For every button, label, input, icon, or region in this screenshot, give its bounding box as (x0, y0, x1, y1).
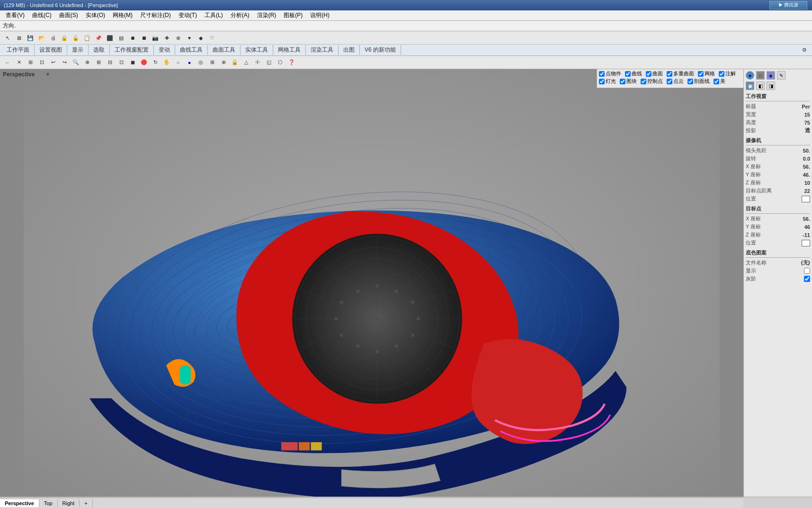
panel-grayscale-cb[interactable] (804, 276, 810, 282)
panel-icon-view2[interactable]: ◧ (756, 82, 765, 90)
panel-icon-pencil[interactable]: ✎ (777, 71, 785, 80)
cb-hatch[interactable]: 剖面线 (687, 78, 710, 85)
cb-polysurfaces[interactable]: 多重曲面 (667, 70, 694, 77)
tool-heart[interactable]: ♥ (184, 33, 195, 43)
tool-record2[interactable]: ◱ (264, 57, 274, 68)
tool-save[interactable]: 💾 (25, 33, 36, 43)
tool-redo[interactable]: ↪ (59, 57, 70, 68)
tool-print[interactable]: 🖨 (48, 33, 58, 43)
tool-grid[interactable]: ⊞ (207, 57, 217, 68)
settings-icon[interactable]: ⚙ (799, 45, 810, 55)
menu-surface[interactable]: 曲面(S) (55, 10, 82, 20)
menu-render[interactable]: 渲染(R) (253, 10, 280, 20)
panel-icon-square[interactable]: □ (756, 71, 765, 80)
tab-drafting[interactable]: 出图 (339, 45, 360, 55)
panel-icon-view1[interactable]: ▣ (746, 82, 754, 90)
menu-view[interactable]: 查看(V) (2, 10, 28, 20)
viewport-dropdown[interactable]: ▼ (45, 71, 51, 78)
tab-top[interactable]: Top (39, 499, 58, 507)
tool-zoom-ext[interactable]: ⊞ (93, 57, 104, 68)
tool-help[interactable]: ❓ (286, 57, 297, 68)
tool-rotate[interactable]: ↻ (150, 57, 161, 68)
cb-surfaces[interactable]: 曲面 (646, 70, 663, 77)
tab-select[interactable]: 选取 (89, 45, 110, 55)
tab-display[interactable]: 显示 (67, 45, 89, 55)
menu-tools[interactable]: 工具(L) (201, 10, 227, 20)
tool-wireframe[interactable]: ⊡ (116, 57, 126, 68)
tab-v6new[interactable]: V6 的新功能 (360, 45, 401, 55)
tool-pan[interactable]: ✋ (161, 57, 172, 68)
menu-mesh[interactable]: 网格(M) (109, 10, 136, 20)
cb-curves[interactable]: 曲线 (625, 70, 642, 77)
tool-arrow-left[interactable]: ← (2, 57, 13, 68)
tool-record[interactable]: ⏺ (127, 33, 138, 43)
menu-dimension[interactable]: 尺寸标注(D) (136, 10, 175, 20)
tab-setview[interactable]: 设置视图 (35, 45, 67, 55)
tab-perspective[interactable]: Perspective (0, 499, 39, 507)
cb-annotation[interactable]: 注解 (719, 70, 736, 77)
viewport[interactable]: Perspective ▼ (0, 69, 743, 508)
tool-undo[interactable]: ↩ (48, 57, 58, 68)
tab-transform[interactable]: 变动 (154, 45, 175, 55)
tool-unlock[interactable]: 🔓 (71, 33, 81, 43)
tab-solid-tools[interactable]: 实体工具 (241, 45, 273, 55)
tool-sphere[interactable]: ○ (173, 57, 183, 68)
tab-render-tools[interactable]: 渲染工具 (306, 45, 339, 55)
tool-layer[interactable]: ▤ (116, 33, 126, 43)
tool-x[interactable]: ✕ (14, 57, 24, 68)
tab-right[interactable]: Right (58, 499, 80, 507)
tool-smarttrack[interactable]: △ (241, 57, 251, 68)
panel-show-cb[interactable] (804, 268, 810, 274)
tool-zoom-win[interactable]: ⊕ (82, 57, 92, 68)
cb-misc[interactable]: 美 (714, 78, 725, 85)
panel-cpos-color[interactable] (802, 196, 810, 202)
panel-tpos-color[interactable] (802, 240, 810, 246)
tool-open[interactable]: 📂 (36, 33, 47, 43)
tab-curve-tools[interactable]: 曲线工具 (175, 45, 208, 55)
tool-shaded[interactable]: ◼ (127, 57, 138, 68)
tab-mesh-tools[interactable]: 网格工具 (273, 45, 306, 55)
cb-mesh-cb[interactable]: 网格 (698, 70, 715, 77)
panel-icon-circle[interactable]: ● (746, 71, 754, 80)
tool-snap2[interactable]: ⊕ (218, 57, 229, 68)
tool-heart2[interactable]: ♡ (207, 33, 217, 43)
menu-transform[interactable]: 变动(T) (175, 10, 201, 20)
tool-circle-blue[interactable]: ● (184, 57, 195, 68)
tool-camera[interactable]: 📷 (150, 33, 161, 43)
menu-solid[interactable]: 实体(O) (82, 10, 109, 20)
menu-analyze[interactable]: 分析(A) (227, 10, 253, 20)
menu-panel[interactable]: 图板(P) (280, 10, 306, 20)
panel-icon-view3[interactable]: ◨ (767, 82, 775, 90)
tool-paste[interactable]: 📌 (93, 33, 104, 43)
menu-help[interactable]: 说明(H) (306, 10, 333, 20)
cb-point-objects[interactable]: 点物件 (599, 70, 621, 77)
tool-clipboard[interactable]: 📋 (82, 33, 92, 43)
tool-zoom-all[interactable]: ⊟ (105, 57, 115, 68)
tab-surface-tools[interactable]: 曲面工具 (208, 45, 241, 55)
tool-filter[interactable]: ⬡ (275, 57, 286, 68)
menu-curve[interactable]: 曲线(C) (28, 10, 55, 20)
tool-paste2[interactable]: ⊡ (36, 57, 47, 68)
tool-lock[interactable]: 🔒 (59, 33, 70, 43)
panel-icon-diamond[interactable]: ◈ (767, 71, 775, 80)
tool-cursor[interactable]: ↖ (2, 33, 13, 43)
tab-add[interactable]: + (80, 499, 92, 507)
tool-stop[interactable]: ⏹ (139, 33, 149, 43)
tool-diamond[interactable]: ◆ (196, 33, 206, 43)
tool-gumball[interactable]: ☩ (252, 57, 263, 68)
tool-circle-outline[interactable]: ◎ (196, 57, 206, 68)
tool-crosshair[interactable]: ⊕ (173, 33, 183, 43)
tab-viewport-config[interactable]: 工作视窗配置 (110, 45, 154, 55)
tool-group[interactable]: ⬛ (105, 33, 115, 43)
tab-workplane[interactable]: 工作平面 (2, 45, 35, 55)
cb-lights[interactable]: 灯光 (599, 78, 616, 85)
tool-osnap[interactable]: 🔒 (230, 57, 240, 68)
cb-blocks[interactable]: 图块 (620, 78, 637, 85)
cb-control-points[interactable]: 控制点 (641, 78, 663, 85)
tool-render-view[interactable]: 🔴 (139, 57, 149, 68)
tool-zoom-in[interactable]: 🔍 (71, 57, 81, 68)
tool-copy[interactable]: ⊞ (25, 57, 36, 68)
tool-snap[interactable]: ✚ (161, 33, 172, 43)
cb-point-cloud[interactable]: 点云 (667, 78, 684, 85)
tool-select-all[interactable]: ⊠ (14, 33, 24, 43)
